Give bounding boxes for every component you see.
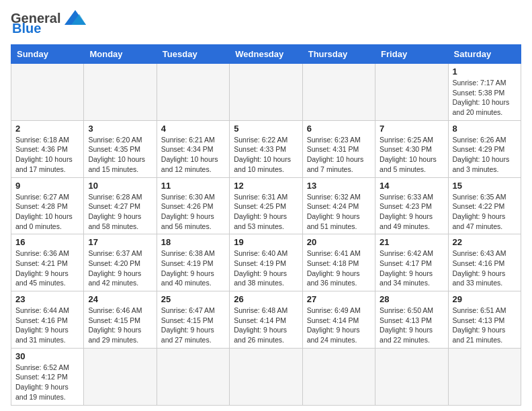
calendar-cell: 14Sunrise: 6:33 AM Sunset: 4:23 PM Dayli… [375, 177, 448, 234]
calendar-cell: 3Sunrise: 6:20 AM Sunset: 4:35 PM Daylig… [84, 120, 157, 177]
calendar-table: SundayMondayTuesdayWednesdayThursdayFrid… [11, 44, 521, 406]
day-info: Sunrise: 6:31 AM Sunset: 4:25 PM Dayligh… [234, 192, 298, 232]
day-info: Sunrise: 6:38 AM Sunset: 4:19 PM Dayligh… [161, 248, 225, 288]
logo-blue-text: Blue [12, 21, 41, 36]
day-info: Sunrise: 6:26 AM Sunset: 4:29 PM Dayligh… [453, 135, 517, 175]
day-number: 25 [161, 294, 225, 304]
calendar-cell: 26Sunrise: 6:48 AM Sunset: 4:14 PM Dayli… [230, 291, 302, 349]
calendar-week-row: 23Sunrise: 6:44 AM Sunset: 4:16 PM Dayli… [11, 291, 521, 349]
calendar-cell: 9Sunrise: 6:27 AM Sunset: 4:28 PM Daylig… [11, 177, 84, 234]
day-number: 29 [453, 294, 517, 304]
day-info: Sunrise: 6:28 AM Sunset: 4:27 PM Dayligh… [88, 192, 152, 232]
calendar-cell: 12Sunrise: 6:31 AM Sunset: 4:25 PM Dayli… [230, 177, 302, 234]
calendar-cell: 7Sunrise: 6:25 AM Sunset: 4:30 PM Daylig… [375, 120, 448, 177]
day-info: Sunrise: 6:18 AM Sunset: 4:36 PM Dayligh… [15, 135, 79, 175]
calendar-cell: 1Sunrise: 7:17 AM Sunset: 5:38 PM Daylig… [448, 64, 521, 121]
day-number: 11 [161, 181, 225, 191]
calendar-cell: 4Sunrise: 6:21 AM Sunset: 4:34 PM Daylig… [157, 120, 229, 177]
day-info: Sunrise: 6:37 AM Sunset: 4:20 PM Dayligh… [88, 248, 152, 288]
day-info: Sunrise: 6:27 AM Sunset: 4:28 PM Dayligh… [15, 192, 79, 232]
calendar-cell [157, 348, 229, 405]
calendar-cell [230, 348, 302, 405]
weekday-header-saturday: Saturday [448, 45, 521, 64]
calendar-cell: 22Sunrise: 6:43 AM Sunset: 4:16 PM Dayli… [448, 234, 521, 291]
day-info: Sunrise: 6:33 AM Sunset: 4:23 PM Dayligh… [380, 192, 443, 232]
calendar-cell: 29Sunrise: 6:51 AM Sunset: 4:13 PM Dayli… [448, 291, 521, 349]
weekday-header-thursday: Thursday [302, 45, 375, 64]
day-info: Sunrise: 6:42 AM Sunset: 4:17 PM Dayligh… [380, 248, 443, 288]
day-number: 21 [380, 237, 443, 247]
day-number: 27 [307, 294, 371, 304]
day-number: 7 [380, 124, 443, 134]
day-info: Sunrise: 7:17 AM Sunset: 5:38 PM Dayligh… [453, 78, 517, 118]
calendar-cell [448, 348, 521, 405]
calendar-cell [84, 348, 157, 405]
day-info: Sunrise: 6:22 AM Sunset: 4:33 PM Dayligh… [234, 135, 298, 175]
calendar-cell [84, 64, 157, 121]
day-info: Sunrise: 6:43 AM Sunset: 4:16 PM Dayligh… [453, 248, 517, 288]
calendar-cell: 24Sunrise: 6:46 AM Sunset: 4:15 PM Dayli… [84, 291, 157, 349]
day-info: Sunrise: 6:21 AM Sunset: 4:34 PM Dayligh… [161, 135, 225, 175]
calendar-cell: 20Sunrise: 6:41 AM Sunset: 4:18 PM Dayli… [302, 234, 375, 291]
day-info: Sunrise: 6:41 AM Sunset: 4:18 PM Dayligh… [307, 248, 371, 288]
day-number: 1 [453, 66, 517, 77]
weekday-header-friday: Friday [375, 45, 448, 64]
weekday-header-monday: Monday [84, 45, 157, 64]
day-number: 28 [380, 294, 443, 304]
calendar-cell: 23Sunrise: 6:44 AM Sunset: 4:16 PM Dayli… [11, 291, 84, 349]
day-number: 20 [307, 237, 371, 247]
day-info: Sunrise: 6:52 AM Sunset: 4:12 PM Dayligh… [15, 363, 79, 402]
weekday-header-wednesday: Wednesday [230, 45, 302, 64]
day-number: 5 [234, 124, 298, 134]
day-number: 12 [234, 181, 298, 191]
calendar-cell [302, 348, 375, 405]
day-number: 13 [307, 181, 371, 191]
day-info: Sunrise: 6:23 AM Sunset: 4:31 PM Dayligh… [307, 135, 371, 175]
day-number: 3 [88, 124, 152, 134]
day-number: 2 [15, 124, 79, 134]
day-info: Sunrise: 6:25 AM Sunset: 4:30 PM Dayligh… [380, 135, 443, 175]
day-info: Sunrise: 6:44 AM Sunset: 4:16 PM Dayligh… [15, 306, 79, 345]
calendar-cell [157, 64, 229, 121]
day-number: 10 [88, 181, 152, 191]
calendar-week-row: 30Sunrise: 6:52 AM Sunset: 4:12 PM Dayli… [11, 348, 521, 405]
day-info: Sunrise: 6:40 AM Sunset: 4:19 PM Dayligh… [234, 248, 298, 288]
day-number: 22 [453, 237, 517, 247]
calendar-cell [375, 64, 448, 121]
calendar-cell: 17Sunrise: 6:37 AM Sunset: 4:20 PM Dayli… [84, 234, 157, 291]
calendar-cell: 16Sunrise: 6:36 AM Sunset: 4:21 PM Dayli… [11, 234, 84, 291]
day-info: Sunrise: 6:30 AM Sunset: 4:26 PM Dayligh… [161, 192, 225, 232]
day-info: Sunrise: 6:47 AM Sunset: 4:15 PM Dayligh… [161, 306, 225, 345]
day-info: Sunrise: 6:20 AM Sunset: 4:35 PM Dayligh… [88, 135, 152, 175]
calendar-cell: 30Sunrise: 6:52 AM Sunset: 4:12 PM Dayli… [11, 348, 84, 405]
calendar-week-row: 9Sunrise: 6:27 AM Sunset: 4:28 PM Daylig… [11, 177, 521, 234]
calendar-cell: 28Sunrise: 6:50 AM Sunset: 4:13 PM Dayli… [375, 291, 448, 349]
calendar-cell [375, 348, 448, 405]
calendar-cell: 27Sunrise: 6:49 AM Sunset: 4:14 PM Dayli… [302, 291, 375, 349]
day-info: Sunrise: 6:50 AM Sunset: 4:13 PM Dayligh… [380, 306, 443, 345]
logo-area: General Blue [11, 11, 87, 36]
calendar-cell [11, 64, 84, 121]
day-number: 8 [453, 124, 517, 134]
calendar-cell: 10Sunrise: 6:28 AM Sunset: 4:27 PM Dayli… [84, 177, 157, 234]
day-number: 16 [15, 237, 79, 247]
day-number: 30 [15, 351, 79, 361]
day-number: 24 [88, 294, 152, 304]
calendar-week-row: 1Sunrise: 7:17 AM Sunset: 5:38 PM Daylig… [11, 64, 521, 121]
day-info: Sunrise: 6:51 AM Sunset: 4:13 PM Dayligh… [453, 306, 517, 345]
day-number: 26 [234, 294, 298, 304]
day-info: Sunrise: 6:36 AM Sunset: 4:21 PM Dayligh… [15, 248, 79, 288]
calendar-week-row: 2Sunrise: 6:18 AM Sunset: 4:36 PM Daylig… [11, 120, 521, 177]
day-number: 18 [161, 237, 225, 247]
logo-blue-icon [62, 9, 87, 26]
calendar-cell: 18Sunrise: 6:38 AM Sunset: 4:19 PM Dayli… [157, 234, 229, 291]
calendar-cell: 25Sunrise: 6:47 AM Sunset: 4:15 PM Dayli… [157, 291, 229, 349]
day-info: Sunrise: 6:35 AM Sunset: 4:22 PM Dayligh… [453, 192, 517, 232]
page-header: General Blue [11, 11, 521, 36]
calendar-cell: 19Sunrise: 6:40 AM Sunset: 4:19 PM Dayli… [230, 234, 302, 291]
calendar-cell [230, 64, 302, 121]
day-info: Sunrise: 6:46 AM Sunset: 4:15 PM Dayligh… [88, 306, 152, 345]
weekday-header-tuesday: Tuesday [157, 45, 229, 64]
calendar-cell: 5Sunrise: 6:22 AM Sunset: 4:33 PM Daylig… [230, 120, 302, 177]
day-number: 9 [15, 181, 79, 191]
